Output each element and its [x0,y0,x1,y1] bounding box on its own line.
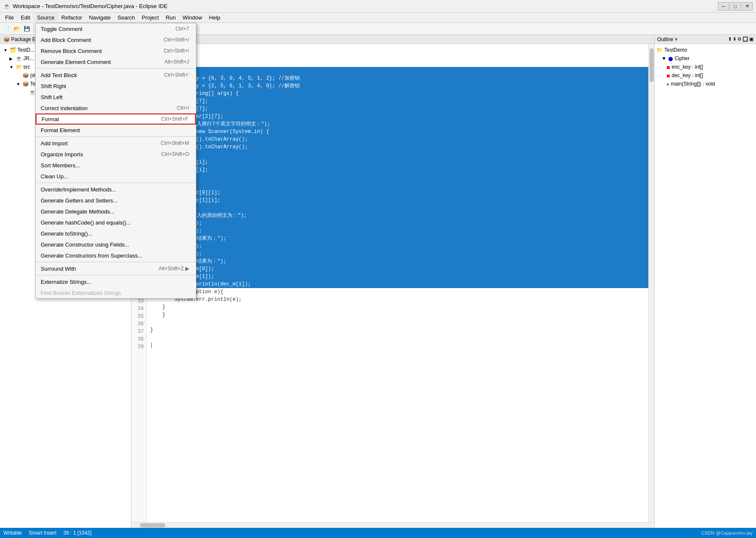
menu-surround-with[interactable]: Surround With Alt+Shift+Z ▶ [36,263,196,274]
toolbar-open-button[interactable]: 📂 [12,24,21,33]
code-line-scanner: scanner = new Scanner(System.in) { [147,128,648,136]
code-line-catch: }catch(Exception e){ [147,288,648,296]
menu-toggle-comment[interactable]: Toggle Comment Ctrl+7 [36,23,196,34]
menu-generate-getters-setters[interactable]: Generate Getters and Setters... [36,195,196,206]
code-line-blank2 [147,174,648,181]
source-dropdown-menu: Toggle Comment Ctrl+7 Add Block Comment … [35,23,196,299]
code-line-m0: rintln(m[0]); [147,219,648,227]
outline-icon-enc-key: ◼ [667,65,670,69]
menu-format-element[interactable]: Format Element [36,125,196,136]
code-line-key2: _key[i]] = c[1][i]; [147,197,648,204]
editor-area: ☕ Cipher.java × 1 2 3 4 5 6 7 8 9 10 11 … [131,35,654,528]
status-writable: Writable [3,530,22,536]
menu-generate-constructors-superclass[interactable]: Generate Constructors from Superclass... [36,250,196,261]
menu-generate-element-comment[interactable]: Generate Element Comment Alt+Shift+J [36,56,196,67]
outline-btn3[interactable]: ⚙ [737,36,742,42]
tree-icon-src: 📁 [16,64,22,70]
menu-bar: File Edit Source Refactor Navigate Searc… [0,13,756,23]
tree-icon-default: 📦 [22,72,29,78]
outline-btn1[interactable]: ⬆ [728,36,732,42]
menu-shift-right[interactable]: Shift Right [36,80,196,92]
toolbar-save-button[interactable]: 💾 [22,24,31,33]
menu-project[interactable]: Project [138,13,162,23]
menu-add-block-comment[interactable]: Add Block Comment Ctrl+Shift+/ [36,34,196,45]
right-panel: Outline × ⬆ ⬇ ⚙ 🔲 ▣ 📁 TestDemo ▼ ⬤ Ciphe… [654,35,756,528]
code-line-blank1 [147,59,648,67]
menu-source[interactable]: Source [33,13,58,23]
h-scrollbar-thumb[interactable] [140,523,165,527]
outline-dec-key[interactable]: ◼ dec_key : int[] [656,71,754,80]
title-bar-left: ☕ Workspace - TestDemo/src/TestDemo/Ciph… [3,3,167,9]
menu-file[interactable]: File [2,13,17,23]
menu-generate-tostring[interactable]: Generate toString()... [36,228,196,239]
outline-testdemo[interactable]: 📁 TestDemo [656,46,754,54]
code-line-syserr: System.err.println(e); [147,296,648,303]
menu-add-import[interactable]: Add Import Ctrl+Shift+M [36,138,196,149]
menu-edit[interactable]: Edit [17,13,33,23]
menu-navigate[interactable]: Navigate [86,13,114,23]
code-line-1 [147,44,648,52]
horizontal-scrollbar[interactable] [131,522,654,528]
menu-externalize-strings[interactable]: Externalize Strings... [36,276,196,287]
editor-tabs: ☕ Cipher.java × [131,35,654,44]
menu-generate-hashcode-equals[interactable]: Generate hashCode() and equals()... [36,217,196,228]
code-line-close2: } [147,311,648,319]
menu-generate-constructor-fields[interactable]: Generate Constructor using Fields... [36,239,196,250]
title-bar: ☕ Workspace - TestDemo/src/TestDemo/Ciph… [0,0,756,13]
menu-run[interactable]: Run [162,13,179,23]
menu-find-broken-externalized: Find Broken Externalized Strings [36,287,196,298]
menu-search[interactable]: Search [114,13,138,23]
menu-refactor[interactable]: Refactor [58,13,86,23]
status-left: Writable Smart Insert 39 : 1 [1042] [3,530,92,536]
menu-shift-left[interactable]: Shift Left [36,92,196,103]
outline-label-cipher: Cipher [675,55,689,61]
menu-window[interactable]: Window [179,13,206,23]
eclipse-icon: ☕ [3,3,10,9]
window-title: Workspace - TestDemo/src/TestDemo/Cipher… [13,3,167,9]
code-line-class: her { [147,67,648,75]
outline-btn5[interactable]: ▣ [749,36,753,42]
menu-organize-imports[interactable]: Organize Imports Ctrl+Shift+O [36,149,196,160]
status-bar: Writable Smart Insert 39 : 1 [1042] CSDN… [0,528,756,538]
code-line-blank4 [147,319,648,326]
outline-cipher[interactable]: ▼ ⬤ Cipher [656,54,754,63]
restore-button[interactable]: □ [730,2,741,11]
code-line-arr2: [i]] = m[1][i]; [147,166,648,174]
outline-icon-main: ● [667,82,669,86]
outline-tab[interactable]: Outline × ⬆ ⬇ ⚙ 🔲 ▣ [655,35,756,44]
minimize-button[interactable]: ─ [718,2,729,11]
tree-label-jr: JR... [23,55,34,61]
menu-correct-indentation[interactable]: Correct Indentation Ctrl+I [36,103,196,114]
menu-help[interactable]: Help [206,13,224,23]
code-editor[interactable]: .Scanner; her { ic int[] enc_key = {6, 3… [147,44,648,522]
menu-format[interactable]: Format Ctrl+Shift+F [36,114,196,125]
code-line-dm1: rintln(dec_m[1]); [147,273,648,280]
outline-label-enc-key: enc_key : int[] [672,64,703,70]
sep1 [36,68,196,69]
toolbar-new-button[interactable]: 📄 [2,24,11,33]
code-line-c3: _m = new char[2][7]; [147,113,648,120]
code-line-arr1: [i]] = m[0][i]; [147,158,648,166]
outline-btn4[interactable]: 🔲 [742,36,748,42]
code-line-for1: 0;i<7;i++){ [147,151,648,158]
code-line-blank3 [147,204,648,212]
outline-label-testdemo: TestDemo [664,47,687,53]
outline-main[interactable]: ● main(String[]) : void [656,80,754,88]
menu-clean-up[interactable]: Clean Up... [36,171,196,182]
menu-remove-block-comment[interactable]: Remove Block Comment Ctrl+Shift+\ [36,45,196,56]
menu-override-implement[interactable]: Override/Implement Methods... [36,184,196,195]
outline-enc-key[interactable]: ◼ enc_key : int[] [656,63,754,71]
code-line-next1: er.nextLine().toCharArray(); [147,136,648,143]
vertical-scrollbar[interactable] [648,44,654,522]
menu-sort-members[interactable]: Sort Members... [36,160,196,171]
outline-circle-cipher: ⬤ [668,56,673,61]
scrollbar-thumb[interactable] [650,48,654,82]
outline-btn2[interactable]: ⬇ [733,36,736,42]
menu-generate-delegate-methods[interactable]: Generate Delegate Methods... [36,206,196,217]
outline-label: Outline × [657,36,678,42]
outline-content: 📁 TestDemo ▼ ⬤ Cipher ◼ enc_key : int[] … [655,44,756,528]
tree-label-src: src [23,64,30,70]
menu-add-text-block[interactable]: Add Text Block Ctrl+Shift+' [36,69,196,80]
code-line-c1b: rintln(c[1]); [147,250,648,258]
close-button[interactable]: ✕ [742,2,753,11]
